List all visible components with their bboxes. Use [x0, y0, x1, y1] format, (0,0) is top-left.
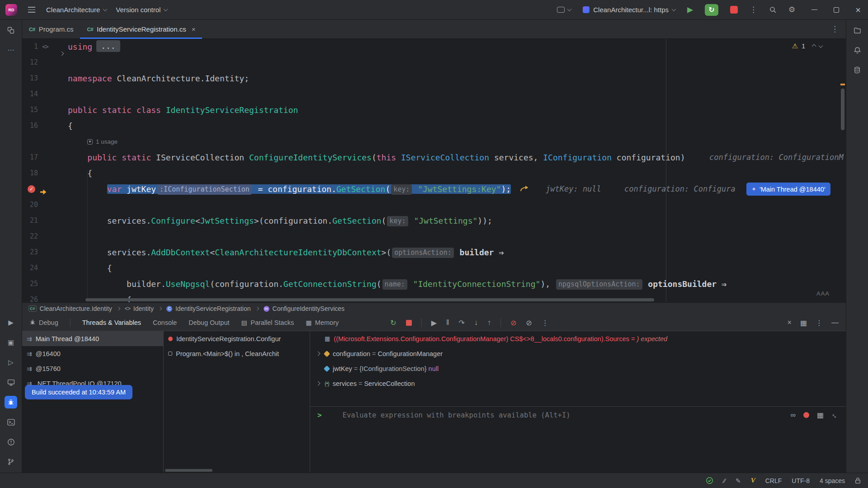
variable-row[interactable]: (•)services = ServiceCollection [310, 376, 846, 391]
debug-tab-console[interactable]: Console [153, 319, 177, 326]
tab-options-icon[interactable]: ⋮ [831, 24, 839, 34]
debug-more-icon[interactable]: ⋮ [542, 319, 549, 327]
maximize-button[interactable] [834, 7, 839, 13]
restart-debug-button[interactable]: ↻ [705, 4, 718, 16]
gutter[interactable]: 14 [22, 86, 68, 102]
gutter[interactable]: 21 [22, 213, 68, 229]
evaluate-expression-area[interactable]: > Evaluate expression with breakpoints a… [310, 406, 846, 473]
horizontal-scrollbar[interactable] [85, 298, 654, 301]
code-line[interactable]: { [68, 118, 73, 134]
git-branch-icon[interactable] [5, 455, 17, 468]
breadcrumb-item-0[interactable]: C#CleanArchitecture.Identity [28, 305, 112, 312]
database-icon[interactable] [851, 64, 863, 76]
rerun-icon[interactable]: ↻ [390, 319, 396, 327]
gutter[interactable]: 18 [22, 165, 68, 181]
stop-icon[interactable] [406, 320, 412, 326]
variable-row[interactable]: configuration = ConfigurationManager [310, 346, 846, 361]
gutter[interactable]: 24 [22, 260, 68, 276]
breakpoint-icon[interactable]: ✓ [28, 185, 35, 193]
step-into-icon[interactable]: ↓ [474, 319, 478, 327]
breakpoint-icon[interactable] [803, 412, 809, 418]
gutter[interactable]: 20 [22, 197, 68, 213]
notifications-bell-icon[interactable] [851, 44, 863, 56]
debug-tab-debug-output[interactable]: Debug Output [189, 319, 229, 326]
problems-tool-icon[interactable] [5, 436, 17, 448]
gutter[interactable]: 15 [22, 102, 68, 118]
code-line[interactable]: { [68, 260, 112, 276]
layout-grid-icon[interactable]: ▦ [817, 411, 824, 419]
line-separator-widget[interactable]: CRLF [765, 477, 782, 484]
close-icon[interactable]: × [788, 319, 792, 327]
expand-chevron-icon[interactable] [316, 352, 320, 356]
toolbox-widget[interactable] [557, 7, 571, 13]
indent-widget[interactable]: 4 spaces [820, 477, 845, 484]
editor-tab-program-cs[interactable]: C#Program.cs [22, 20, 80, 38]
debug-tool-icon[interactable] [5, 396, 17, 408]
code-line[interactable]: 1 usage [68, 134, 118, 150]
settings-gear-icon[interactable]: ⚙ [788, 5, 795, 14]
gutter[interactable]: 16 [22, 118, 68, 134]
code-line[interactable]: builder.UseNpgsql(configuration.GetConne… [68, 276, 726, 292]
main-menu-icon[interactable] [26, 5, 37, 14]
collapse-icon[interactable]: ↔ [830, 409, 840, 420]
gutter[interactable]: 26 [22, 292, 68, 302]
breadcrumb-item-2[interactable]: CIdentityServiceRegistration [166, 305, 251, 312]
error-stripe-mark[interactable] [840, 84, 845, 85]
readonly-lock-icon[interactable] [855, 477, 861, 484]
pause-icon[interactable]: ‖ [446, 319, 449, 327]
expand-chevron-icon[interactable] [316, 381, 320, 386]
hide-icon[interactable]: — [831, 319, 839, 327]
close-button[interactable]: × [855, 5, 861, 14]
gutter[interactable]: 12 [22, 55, 68, 70]
gutter[interactable]: 25 [22, 276, 68, 292]
close-tab-icon[interactable]: × [192, 25, 196, 33]
watch-history-icon[interactable]: ∞ [790, 411, 795, 419]
gutter[interactable]: 23 [22, 244, 68, 260]
gutter[interactable] [22, 134, 68, 150]
next-problem-icon[interactable] [819, 43, 823, 48]
code-line[interactable]: using... [68, 39, 120, 55]
minimize-button[interactable] [811, 9, 817, 10]
stop-button[interactable] [730, 6, 738, 14]
monitor-tool-icon[interactable] [5, 376, 17, 389]
code-line[interactable]: { [68, 165, 92, 181]
vim-widget-icon[interactable]: V [751, 477, 755, 484]
gutter[interactable]: ✓ [22, 181, 68, 197]
layout-icon[interactable]: ▦ [800, 319, 807, 327]
breadcrumb-item-3[interactable]: mConfigureIdentityServices [264, 305, 345, 312]
frame-row[interactable]: IdentityServiceRegistration.Configur [164, 331, 310, 346]
debug-tab-parallel-stacks[interactable]: ▤Parallel Stacks [241, 319, 294, 326]
code-editor[interactable]: 1<>using...1213namespace CleanArchitectu… [22, 39, 846, 302]
play-tool-icon[interactable]: ▷ [5, 356, 17, 369]
inspections-ok-icon[interactable] [706, 477, 713, 484]
evaluate-placeholder[interactable]: Evaluate expression with breakpoints ava… [343, 411, 571, 419]
gutter[interactable]: 1<> [22, 39, 68, 55]
debug-tab-threads-variables[interactable]: Threads & Variables [82, 319, 141, 326]
code-line[interactable]: namespace CleanArchitecture.Identity; [68, 70, 249, 86]
run-button[interactable]: ▶ [687, 5, 693, 14]
variable-row[interactable]: jwtKey = {IConfigurationSection} null [310, 361, 846, 376]
resume-icon[interactable]: ▶ [431, 319, 437, 327]
code-vision-icon[interactable]: <> [42, 39, 48, 55]
breadcrumb-item-1[interactable]: <>Identity [125, 305, 154, 312]
run-configuration-selector[interactable]: CleanArchitectur...l: https [583, 6, 675, 14]
solution-explorer-icon[interactable] [5, 24, 17, 37]
power-save-icon[interactable]: ∕∕ [723, 477, 726, 484]
gutter[interactable]: 17 [22, 150, 68, 165]
mute-breakpoints-icon[interactable]: ⊘ [510, 319, 516, 327]
code-line[interactable]: services.Configure<JwtSettings>(configur… [68, 213, 492, 229]
thread-row[interactable]: ⇉@15760 [22, 361, 163, 376]
vertical-scrollbar[interactable] [841, 89, 844, 130]
frame-row[interactable]: Program.<Main>$() in , CleanArchit [164, 346, 310, 361]
code-line[interactable]: public static class IdentityServiceRegis… [68, 102, 298, 118]
code-line[interactable]: services.AddDbContext<CleanArchitectureI… [68, 244, 504, 260]
gutter[interactable]: 22 [22, 229, 68, 244]
code-line[interactable]: var jwtKey:IConfigurationSection = confi… [68, 181, 511, 197]
debug-tab-debug[interactable]: Debug [29, 319, 58, 327]
pen-icon[interactable]: ✎ [736, 477, 741, 484]
project-folder-icon[interactable] [851, 24, 863, 37]
view-breakpoints-icon[interactable]: ⊘ [526, 319, 532, 327]
frames-scrollbar[interactable] [165, 469, 212, 472]
step-out-icon[interactable]: ↑ [487, 319, 491, 327]
thread-row[interactable]: ⇉@16400 [22, 346, 163, 361]
